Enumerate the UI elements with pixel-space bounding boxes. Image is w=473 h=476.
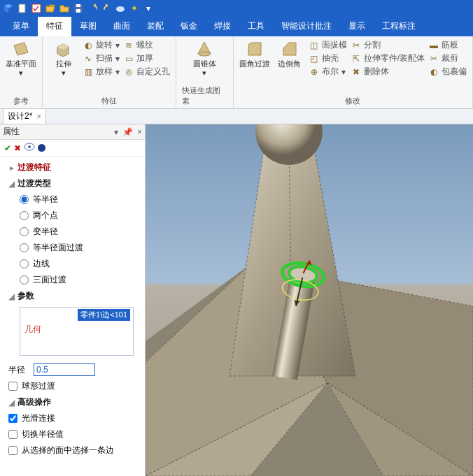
check-icon[interactable] (31, 3, 42, 14)
tab-display[interactable]: 显示 (340, 17, 374, 36)
cancel-icon[interactable]: ✖ (14, 143, 21, 153)
radio-variable-radius[interactable]: 变半径 (4, 224, 141, 240)
radio-two-points[interactable]: 两个点 (4, 208, 141, 224)
svg-point-8 (116, 6, 125, 12)
ribbon-group-label: 特征 (101, 94, 117, 107)
radius-input[interactable] (34, 363, 95, 376)
radio-edge[interactable]: 边线 (4, 256, 141, 272)
svg-point-16 (28, 145, 31, 148)
panel-toolbar: ✔ ✖ (0, 140, 145, 157)
ribbon-group-reference: 基准平面▾ 参考 (0, 36, 43, 108)
main-area: 属性 ▾ 📌 × ✔ ✖ ▸ 过渡特征 ◢ 过渡类型 等半径 两个点 变半 (0, 124, 473, 476)
tab-assembly[interactable]: 装配 (139, 17, 172, 36)
extrude-button[interactable]: 拉伸▾ (48, 39, 79, 77)
open-icon[interactable] (45, 3, 56, 14)
tree-section-advanced[interactable]: ◢ 高级操作 (4, 394, 141, 410)
viewport-3d[interactable] (146, 124, 473, 476)
ok-icon[interactable]: ✔ (4, 143, 11, 153)
expander-icon[interactable]: ▸ (8, 164, 15, 171)
preview-icon[interactable] (24, 143, 35, 153)
check-select-edge-from-face[interactable]: 从选择的面中选择一条边 (4, 442, 141, 459)
svg-rect-6 (76, 9, 80, 13)
svg-point-13 (198, 52, 211, 56)
document-tab[interactable]: 设计2* × (3, 108, 46, 124)
new-icon[interactable] (17, 3, 28, 14)
expander-icon[interactable]: ◢ (8, 180, 15, 187)
ribbon-tabs: 菜单 特征 草图 曲面 装配 钣金 焊接 工具 智能设计批注 显示 工程标注 (0, 17, 473, 36)
close-icon[interactable]: × (36, 112, 41, 122)
selection-chip[interactable]: 零件1\边<101 (78, 309, 130, 321)
star-icon[interactable]: ✦ (129, 3, 140, 14)
title-bar: ✦ ▾ (0, 0, 473, 17)
ribbon-group-modify: 圆角过渡 边倒角 ◫面拔模 ◰抽壳 ⊕布尔 ▾ ✂分割 ⇱拉伸零件/装配体 ✖删… (234, 36, 473, 108)
radio-equal-radius[interactable]: 等半径 (4, 192, 141, 208)
tab-sketch[interactable]: 草图 (71, 17, 105, 36)
tree-section-type[interactable]: ◢ 过渡类型 (4, 175, 141, 192)
geometry-label: 几何 (24, 324, 129, 336)
tab-feature[interactable]: 特征 (38, 17, 71, 36)
draft-button[interactable]: ◫面拔模 (309, 39, 347, 51)
chamfer-button[interactable]: 边倒角 (274, 39, 305, 68)
sweep-button[interactable]: ∿扫描 ▾ (83, 52, 120, 64)
dropdown-icon[interactable]: ▾ (114, 127, 118, 137)
pull-part-button[interactable]: ⇱拉伸零件/装配体 (351, 52, 425, 64)
svg-marker-9 (14, 43, 28, 55)
ribbon-group-feature: 拉伸▾ ◐旋转 ▾ ∿扫描 ▾ ▥放样 ▾ ≋螺纹 ▭加厚 ◎自定义孔 特征 (43, 36, 176, 108)
app-icon (3, 3, 14, 14)
pin-icon[interactable]: 📌 (122, 127, 133, 137)
folder-icon[interactable] (59, 3, 70, 14)
svg-rect-3 (19, 4, 25, 13)
custom-hole-button[interactable]: ◎自定义孔 (124, 66, 170, 78)
ribbon-group-label: 修改 (345, 94, 360, 107)
wrap-button[interactable]: ◐包裹偏 (429, 66, 467, 78)
tree-root-feature[interactable]: ▸ 过渡特征 (4, 159, 141, 175)
radio-equal-radius-face[interactable]: 等半径面过渡 (4, 240, 141, 256)
thread-button[interactable]: ≋螺纹 (124, 39, 170, 51)
color-dot-icon[interactable] (38, 144, 45, 152)
fillet-button[interactable]: 圆角过渡 (239, 39, 270, 68)
datum-plane-button[interactable]: 基准平面▾ (6, 39, 36, 77)
redo-icon[interactable] (101, 3, 112, 14)
document-tab-label: 设计2* (8, 110, 32, 122)
cone-button[interactable]: 圆锥体▾ (189, 39, 220, 77)
tab-menu[interactable]: 菜单 (4, 17, 38, 36)
dropdown-icon[interactable]: ▾ (143, 3, 154, 14)
shell-button[interactable]: ◰抽壳 (309, 52, 347, 64)
ribbon: 基准平面▾ 参考 拉伸▾ ◐旋转 ▾ ∿扫描 ▾ ▥放样 ▾ ≋螺纹 ▭加厚 ◎… (0, 36, 473, 109)
expander-icon[interactable]: ◢ (8, 293, 15, 299)
cloud-icon[interactable] (115, 3, 126, 14)
panel-title: 属性 (3, 126, 20, 138)
tab-drawing-annotation[interactable]: 工程标注 (374, 17, 424, 36)
trim-button[interactable]: ✂裁剪 (429, 52, 467, 64)
panel-body: ▸ 过渡特征 ◢ 过渡类型 等半径 两个点 变半径 等半径面过渡 边线 三面过渡… (0, 157, 145, 476)
thicken-button[interactable]: ▭加厚 (124, 52, 170, 64)
delete-body-button[interactable]: ✖删除体 (351, 66, 425, 78)
check-toggle-radius[interactable]: 切换半径值 (4, 426, 141, 442)
tab-sheetmetal[interactable]: 钣金 (172, 17, 206, 36)
ribbon-group-quickshape: 圆锥体▾ 快速生成图素 (176, 36, 234, 108)
panel-header: 属性 ▾ 📌 × (0, 124, 145, 140)
document-tabs: 设计2* × (0, 109, 473, 124)
boolean-button[interactable]: ⊕布尔 ▾ (309, 66, 347, 78)
close-icon[interactable]: × (137, 127, 142, 137)
quick-access-toolbar: ✦ ▾ (3, 3, 154, 14)
rib-button[interactable]: ▬筋板 (429, 39, 467, 51)
check-sphere-fillet[interactable]: 球形过渡 (4, 378, 141, 394)
split-button[interactable]: ✂分割 (351, 39, 425, 51)
check-smooth-connect[interactable]: 光滑连接 (4, 410, 141, 426)
tab-tools[interactable]: 工具 (239, 17, 273, 36)
geometry-selection-box[interactable]: 零件1\边<101 几何 (20, 307, 134, 356)
tab-smart-annotation[interactable]: 智能设计批注 (273, 17, 340, 36)
ribbon-group-label: 参考 (13, 94, 29, 107)
tab-surface[interactable]: 曲面 (105, 17, 139, 36)
tab-weld[interactable]: 焊接 (206, 17, 239, 36)
save-icon[interactable] (73, 3, 84, 14)
loft-button[interactable]: ▥放样 ▾ (83, 66, 120, 78)
tree-section-params[interactable]: ◢ 参数 (4, 288, 141, 304)
svg-rect-7 (76, 4, 80, 7)
undo-icon[interactable] (87, 3, 98, 14)
radio-three-face[interactable]: 三面过渡 (4, 272, 141, 288)
revolve-button[interactable]: ◐旋转 ▾ (83, 39, 120, 51)
ribbon-group-label: 快速生成图素 (182, 84, 227, 107)
expander-icon[interactable]: ◢ (8, 399, 15, 405)
